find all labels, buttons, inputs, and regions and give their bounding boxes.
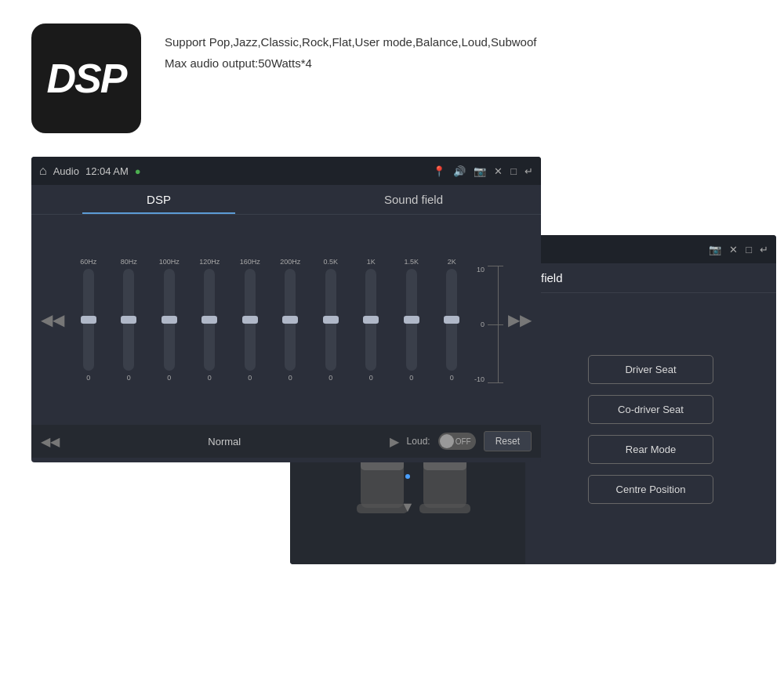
sf-camera-icon: 📷 [709,244,721,255]
eq-label-0p5k: 0.5K [323,258,338,266]
eq-prev-button[interactable]: ◀◀ [36,310,69,329]
eq-scale: 10 0 -10 [474,266,485,383]
eq-slider-track-60hz[interactable] [83,269,94,371]
eq-channel-200hz: 200Hz 0 [271,258,310,382]
eq-slider-thumb-60hz[interactable] [81,316,96,324]
eq-slider-thumb-120hz[interactable] [201,316,217,324]
eq-channel-80hz: 80Hz 0 [110,258,149,382]
eq-scale-top: 10 [477,266,485,274]
eq-label-60hz: 60Hz [80,258,96,266]
eq-label-1k: 1K [367,258,376,266]
dsp-statusbar: ⌂ Audio 12:04 AM ● 📍 🔊 📷 ✕ □ ↵ [31,157,541,185]
tab-soundfield[interactable]: Sound field [286,185,541,214]
eq-slider-track-160hz[interactable] [245,269,256,371]
eq-label-200hz: 200Hz [280,258,300,266]
location-icon: 📍 [433,165,445,177]
eq-channel-1p5k: 1.5K 0 [392,258,431,382]
eq-slider-thumb-0p5k[interactable] [323,316,339,324]
eq-label-1p5k: 1.5K [404,258,419,266]
audio-title: Audio [53,165,79,177]
eq-slider-track-200hz[interactable] [285,269,296,371]
eq-slider-track-1k[interactable] [365,269,376,371]
sf-down-arrow[interactable]: ▼ [401,499,415,516]
close-icon[interactable]: ✕ [494,165,503,177]
eq-scale-mid: 0 [481,321,485,328]
toggle-state: OFF [456,437,471,446]
rear-mode-button[interactable]: Rear Mode [588,435,713,464]
eq-slider-thumb-2k[interactable] [444,316,459,324]
eq-label-100hz: 100Hz [159,258,180,266]
description-line2: Max audio output:50Watts*4 [165,53,536,74]
eq-back-button[interactable]: ◀◀ [41,434,60,449]
eq-value-200hz: 0 [289,374,292,382]
reset-button[interactable]: Reset [484,431,532,451]
eq-slider-thumb-1p5k[interactable] [404,316,419,324]
eq-slider-thumb-80hz[interactable] [121,316,136,324]
loud-toggle[interactable]: OFF [438,433,476,450]
eq-value-1k: 0 [369,374,373,382]
eq-slider-track-120hz[interactable] [204,269,215,371]
driver-seat-button[interactable]: Driver Seat [588,355,713,384]
window-icon[interactable]: □ [510,165,517,177]
eq-value-100hz: 0 [167,374,171,382]
description-line1: Support Pop,Jazz,Classic,Rock,Flat,User … [165,31,536,53]
status-dot: ● [135,165,141,177]
eq-content: ◀◀ 60Hz 0 80Hz [31,215,541,458]
eq-slider-track-100hz[interactable] [164,269,175,371]
eq-channel-0p5k: 0.5K 0 [311,258,350,382]
eq-label-2k: 2K [448,258,456,266]
status-time: 12:04 AM [85,165,129,177]
eq-value-1p5k: 0 [409,374,413,382]
eq-slider-thumb-200hz[interactable] [282,316,298,324]
eq-scale-lines [488,266,503,383]
eq-channel-120hz: 120Hz 0 [191,258,230,382]
dsp-screen: ⌂ Audio 12:04 AM ● 📍 🔊 📷 ✕ □ ↵ DSP Sound… [31,157,541,462]
eq-next-button[interactable]: ▶▶ [503,310,536,329]
eq-preset-label: Normal [67,436,382,447]
eq-slider-thumb-1k[interactable] [363,316,379,324]
centre-position-button[interactable]: Centre Position [588,475,713,504]
svg-rect-11 [419,504,470,513]
top-section: DSP Support Pop,Jazz,Classic,Rock,Flat,U… [0,0,784,149]
eq-slider-thumb-160hz[interactable] [242,316,258,324]
eq-label-120hz: 120Hz [199,258,220,266]
eq-value-60hz: 0 [86,374,90,382]
screens-area: 📍 🔊 📷 ✕ □ ↵ Sound field LR: 0 FB: 0 [31,157,784,676]
camera-icon: 📷 [474,165,486,177]
dsp-logo-text: DSP [47,55,126,102]
back-icon[interactable]: ↵ [524,165,533,177]
status-icons: 📍 🔊 📷 ✕ □ ↵ [433,165,533,177]
sf-back-icon[interactable]: ↵ [760,244,768,255]
eq-label-80hz: 80Hz [121,258,137,266]
eq-value-2k: 0 [450,374,454,382]
svg-point-16 [405,474,410,479]
eq-value-0p5k: 0 [328,374,332,382]
sf-buttons-area: Driver Seat Co-driver Seat Rear Mode Cen… [525,293,776,564]
eq-bottom-bar: ◀◀ Normal ▶ Loud: OFF Reset [31,425,541,458]
eq-value-80hz: 0 [127,374,131,382]
eq-main: ◀◀ 60Hz 0 80Hz [31,215,541,425]
eq-channel-2k: 2K 0 [433,258,472,382]
eq-channel-160hz: 160Hz 0 [230,258,270,382]
eq-channel-60hz: 60Hz 0 [69,258,108,382]
eq-label-160hz: 160Hz [240,258,260,266]
dsp-logo: DSP [31,24,141,133]
eq-value-120hz: 0 [208,374,212,382]
co-driver-seat-button[interactable]: Co-driver Seat [588,395,713,424]
sf-window-icon[interactable]: □ [746,244,752,255]
product-description: Support Pop,Jazz,Classic,Rock,Flat,User … [165,24,536,74]
home-icon[interactable]: ⌂ [39,164,47,178]
eq-slider-track-1p5k[interactable] [406,269,417,371]
eq-forward-button[interactable]: ▶ [390,434,399,449]
eq-slider-track-0p5k[interactable] [325,269,336,371]
eq-slider-track-2k[interactable] [446,269,457,371]
sf-close-icon[interactable]: ✕ [729,244,738,255]
eq-slider-thumb-100hz[interactable] [162,316,177,324]
eq-channel-1k: 1K 0 [352,258,391,382]
eq-slider-track-80hz[interactable] [123,269,134,371]
dsp-tabs: DSP Sound field [31,185,541,215]
eq-scale-bot: -10 [474,375,485,383]
eq-channel-100hz: 100Hz 0 [150,258,189,382]
tab-dsp[interactable]: DSP [31,185,286,214]
toggle-knob [440,434,454,448]
